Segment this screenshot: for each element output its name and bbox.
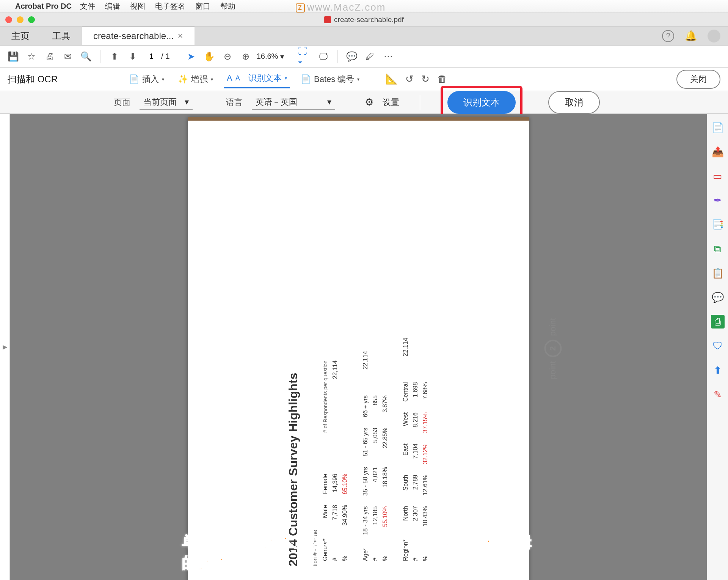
menu-edit[interactable]: 编辑 bbox=[105, 1, 120, 11]
organize-icon[interactable]: 📑 bbox=[711, 218, 725, 231]
recognize-text-button[interactable]: AA 识别文本▾ bbox=[224, 70, 290, 88]
page-current-input[interactable] bbox=[144, 52, 159, 61]
page-up-icon[interactable]: ⬆ bbox=[107, 49, 122, 64]
minimize-window-button[interactable] bbox=[17, 16, 24, 23]
notifications-icon[interactable]: 🔔 bbox=[685, 30, 697, 42]
delete-icon[interactable]: 🗑 bbox=[437, 73, 447, 85]
more-tools-icon[interactable]: ✎ bbox=[711, 388, 725, 401]
zoom-out-icon[interactable]: ⊖ bbox=[220, 49, 235, 64]
window-title-text: create-searchable.pdf bbox=[334, 16, 404, 24]
app-name[interactable]: Acrobat Pro DC bbox=[15, 2, 72, 11]
region-table: Region* NorthSouthEastWestCentral 22,114… bbox=[401, 332, 430, 566]
pdf-icon bbox=[324, 16, 331, 23]
page-content: 2014 Customer Survey Highlights tion # -… bbox=[286, 149, 430, 566]
scan-ocr-title: 扫描和 OCR bbox=[8, 73, 58, 85]
main-toolbar: 💾 ☆ 🖨 ✉ 🔍 ⬆ ⬇ /1 ➤ ✋ ⊖ ⊕ 16.6% ▾ ⛶ ▾ 🖵 💬… bbox=[0, 46, 728, 68]
tab-tools[interactable]: 工具 bbox=[41, 27, 82, 45]
scan-ocr-toolbar: 扫描和 OCR 📄插入▾ ✨增强▾ AA 识别文本▾ 📄Bates 编号▾ 📐 … bbox=[0, 68, 728, 91]
app-tabs: 主页 工具 create-searchable...✕ ? 🔔 bbox=[0, 27, 728, 46]
save-icon[interactable]: 💾 bbox=[6, 49, 20, 64]
read-mode-icon[interactable]: 🖵 bbox=[316, 49, 331, 64]
page-canvas[interactable]: 2014 Customer Survey Highlights tion # -… bbox=[10, 114, 707, 580]
window-titlebar: create-searchable.pdf bbox=[0, 13, 728, 27]
question-theme-label: tion # - Theme bbox=[312, 149, 318, 566]
edit-pdf-icon[interactable]: ▭ bbox=[711, 169, 725, 183]
traffic-lights bbox=[5, 16, 35, 23]
zoom-dropdown[interactable]: 16.6% ▾ bbox=[257, 52, 284, 61]
gear-icon[interactable]: ⚙ bbox=[365, 96, 373, 108]
page-scope-select[interactable]: 当前页面▾ bbox=[140, 95, 193, 110]
bates-button[interactable]: 📄Bates 编号▾ bbox=[298, 71, 362, 87]
protect-icon[interactable]: 🛡 bbox=[711, 339, 725, 353]
region-label: Region* bbox=[401, 532, 411, 566]
more-icon[interactable]: ⋯ bbox=[381, 49, 395, 64]
account-avatar[interactable] bbox=[708, 30, 720, 42]
comment-tool-icon[interactable]: 📋 bbox=[711, 266, 725, 280]
menu-help[interactable]: 帮助 bbox=[220, 1, 235, 11]
pdf-page: 2014 Customer Survey Highlights tion # -… bbox=[188, 117, 529, 580]
select-tool-icon[interactable]: ➤ bbox=[184, 49, 198, 64]
fit-icon[interactable]: ⛶ ▾ bbox=[298, 49, 312, 64]
rotate-cw-icon[interactable]: ↻ bbox=[421, 73, 430, 85]
insert-button[interactable]: 📄插入▾ bbox=[126, 71, 167, 87]
highlight-icon[interactable]: 🖊 bbox=[363, 49, 377, 64]
menu-file[interactable]: 文件 bbox=[80, 1, 95, 11]
sticky-note-icon[interactable]: 💬 bbox=[711, 291, 725, 304]
left-panel-toggle[interactable]: ▶ bbox=[0, 114, 10, 580]
page-logo: point2point bbox=[544, 318, 562, 379]
share-icon[interactable]: ⬆ bbox=[711, 363, 725, 377]
language-label: 语言 bbox=[226, 97, 243, 108]
close-window-button[interactable] bbox=[5, 16, 12, 23]
scan-ocr-rail-icon[interactable]: ⎙ bbox=[711, 315, 725, 329]
export-pdf-icon[interactable]: 📤 bbox=[711, 145, 725, 159]
print-icon[interactable]: 🖨 bbox=[42, 49, 57, 64]
hand-tool-icon[interactable]: ✋ bbox=[202, 49, 217, 64]
zoom-in-icon[interactable]: ⊕ bbox=[238, 49, 253, 64]
tab-home[interactable]: 主页 bbox=[0, 27, 41, 45]
page-indicator: /1 bbox=[144, 52, 170, 61]
close-panel-button[interactable]: 关闭 bbox=[676, 70, 720, 89]
age-table: Age* 18 - 34 yrs35 - 50 yrs51 - 65 yrs66… bbox=[361, 346, 390, 566]
recognize-text-primary-button[interactable]: 识别文本 bbox=[447, 91, 516, 114]
language-select[interactable]: 英语－英国▾ bbox=[252, 95, 335, 110]
menu-window[interactable]: 窗口 bbox=[195, 1, 210, 11]
gender-table: Gender* MaleFemale # of Respondents per … bbox=[320, 355, 350, 566]
window-title: create-searchable.pdf bbox=[324, 16, 404, 24]
mail-icon[interactable]: ✉ bbox=[61, 49, 75, 64]
rotate-ccw-icon[interactable]: ↺ bbox=[405, 73, 414, 85]
crop-icon[interactable]: 📐 bbox=[386, 73, 398, 85]
combine-icon[interactable]: ⧉ bbox=[711, 242, 725, 256]
page-total: 1 bbox=[166, 52, 170, 61]
ocr-settings-row: 页面 当前页面▾ 语言 英语－英国▾ ⚙ 设置 识别文本 取消 bbox=[0, 91, 728, 114]
menu-view[interactable]: 视图 bbox=[130, 1, 145, 11]
page-down-icon[interactable]: ⬇ bbox=[126, 49, 140, 64]
comment-icon[interactable]: 💬 bbox=[345, 49, 359, 64]
maximize-window-button[interactable] bbox=[28, 16, 35, 23]
mac-menubar: Acrobat Pro DC 文件 编辑 视图 电子签名 窗口 帮助 bbox=[0, 0, 728, 13]
settings-label[interactable]: 设置 bbox=[383, 97, 399, 108]
menu-esign[interactable]: 电子签名 bbox=[155, 1, 185, 11]
create-pdf-icon[interactable]: 📄 bbox=[711, 121, 725, 134]
gender-label: Gender* bbox=[320, 531, 330, 566]
tab-document[interactable]: create-searchable...✕ bbox=[82, 27, 195, 45]
search-icon[interactable]: 🔍 bbox=[79, 49, 93, 64]
page-scope-label: 页面 bbox=[114, 97, 130, 108]
sign-icon[interactable]: ✒ bbox=[711, 193, 725, 207]
right-tool-rail: 📄 📤 ▭ ✒ 📑 ⧉ 📋 💬 ⎙ 🛡 ⬆ ✎ bbox=[707, 114, 728, 580]
page-title: 2014 Customer Survey Highlights bbox=[286, 149, 300, 566]
document-area: ▶ 2014 Customer Survey Highlights tion #… bbox=[0, 114, 728, 580]
star-icon[interactable]: ☆ bbox=[24, 49, 39, 64]
enhance-button[interactable]: ✨增强▾ bbox=[175, 71, 216, 87]
cancel-button[interactable]: 取消 bbox=[548, 91, 600, 114]
help-icon[interactable]: ? bbox=[662, 30, 674, 42]
age-label: Age* bbox=[361, 540, 370, 566]
tab-close-icon[interactable]: ✕ bbox=[177, 32, 183, 40]
